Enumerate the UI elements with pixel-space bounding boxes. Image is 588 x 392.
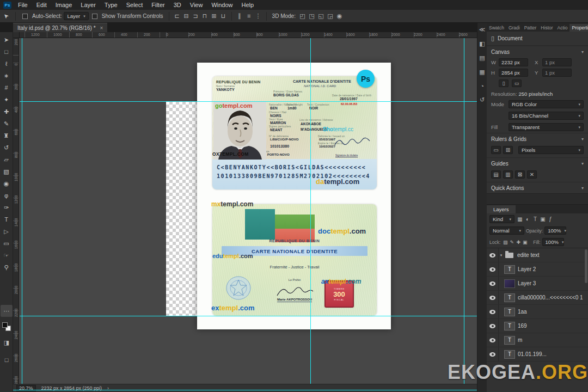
group-expand-icon[interactable]: ▾	[499, 253, 504, 258]
healing-brush-tool[interactable]: ✚	[1, 106, 13, 118]
filter-pixel-layers-icon[interactable]: ▦	[516, 216, 524, 222]
brush-tool[interactable]: ✎	[1, 118, 13, 130]
canvas-area[interactable]: Ps REPUBLIQUE DU BENIN Nom / Surname YAN…	[20, 38, 477, 384]
canvas-section-header[interactable]: Canvas▾	[487, 46, 588, 57]
toggle-rulers-icon[interactable]: ▭	[491, 146, 501, 154]
toggle-grid-icon[interactable]: ⊞	[503, 146, 513, 154]
rulers-grids-section-header[interactable]: Rulers & Grids▾	[487, 133, 588, 144]
menu-item[interactable]: Edit	[32, 0, 51, 10]
3d-scale-icon[interactable]: ◉	[335, 13, 344, 20]
history-brush-tool[interactable]: ↺	[1, 142, 13, 154]
tab-history[interactable]: Histor	[538, 24, 555, 32]
align-left-icon[interactable]: ⊏	[173, 13, 182, 20]
zoom-level-field[interactable]: 20.7%	[16, 385, 36, 391]
filter-kind-dropdown[interactable]: Kind▾	[489, 215, 514, 223]
path-selection-tool[interactable]: ▷	[1, 225, 13, 237]
canvas-y-field[interactable]: 1 px	[542, 69, 572, 77]
lasso-tool[interactable]: ℓ	[1, 58, 13, 70]
distribute-space-icon[interactable]: ⋮	[254, 13, 263, 20]
move-tool[interactable]: ➤	[1, 34, 13, 46]
menu-item[interactable]: File	[14, 0, 32, 10]
layer-visibility-toggle[interactable]	[487, 347, 499, 361]
screen-mode-icon[interactable]: □	[1, 354, 13, 366]
layer-visibility-toggle[interactable]	[487, 305, 499, 318]
quick-actions-section-header[interactable]: Quick Actions▾	[487, 182, 588, 193]
menu-item[interactable]: Image	[51, 0, 77, 10]
dodge-tool[interactable]: φ	[1, 189, 13, 201]
distribute-v-icon[interactable]: ≡	[244, 13, 254, 20]
layer-row[interactable]: T 169	[487, 319, 588, 333]
menu-item[interactable]: Layer	[76, 0, 100, 10]
quick-mask-icon[interactable]: ◨	[1, 336, 13, 348]
layer-fill-dropdown[interactable]: 100%▾	[542, 238, 564, 246]
clone-stamp-tool[interactable]: ♜	[1, 130, 13, 142]
zoom-tool[interactable]: ⚲	[1, 261, 13, 273]
auto-select-target-dropdown[interactable]: Layer▾	[64, 12, 88, 20]
tab-properties[interactable]: Properties	[569, 24, 588, 32]
color-mode-dropdown[interactable]: RGB Color▾	[509, 100, 584, 108]
filter-shape-layers-icon[interactable]: ▣	[539, 216, 547, 222]
blur-tool[interactable]: ◉	[1, 177, 13, 189]
marquee-tool[interactable]: □	[1, 46, 13, 58]
menu-item[interactable]: Help	[237, 0, 259, 10]
vertical-guide[interactable]	[464, 38, 464, 384]
new-guide-icon[interactable]: ▤	[491, 170, 501, 179]
guides-section-header[interactable]: Guides▾	[487, 157, 588, 169]
layer-visibility-toggle[interactable]	[487, 333, 499, 347]
distribute-h-icon[interactable]: ∥	[235, 13, 244, 20]
color-panel-icon[interactable]: ◧	[479, 40, 485, 47]
foreground-color-swatch[interactable]	[2, 322, 8, 328]
hand-tool[interactable]: ☞	[1, 249, 13, 261]
3d-slide-icon[interactable]: ◲	[326, 13, 335, 20]
filter-type-layers-icon[interactable]: T	[531, 216, 539, 222]
align-center-h-icon[interactable]: ⊟	[182, 13, 191, 20]
auto-select-checkbox[interactable]	[22, 14, 28, 19]
filter-adjustment-layers-icon[interactable]: ◐	[524, 216, 531, 222]
3d-drag-icon[interactable]: ◱	[316, 13, 326, 20]
layer-row[interactable]: Layer 3	[487, 277, 588, 291]
landscape-orientation-icon[interactable]: ▭	[512, 79, 522, 87]
layer-row[interactable]: T Layer 2	[487, 262, 588, 277]
tab-gradients[interactable]: Gradi	[506, 24, 522, 32]
menu-item[interactable]: Select	[122, 0, 148, 10]
layer-visibility-toggle[interactable]	[487, 262, 499, 276]
lock-position-icon[interactable]: ✚	[515, 240, 522, 245]
adjustments-panel-icon[interactable]: ◔	[480, 83, 484, 89]
bit-depth-dropdown[interactable]: 16 Bits/Channel▾	[509, 112, 584, 120]
menu-item[interactable]: Type	[100, 0, 122, 10]
canvas-x-field[interactable]: 1 px	[542, 58, 572, 66]
horizontal-guide[interactable]	[20, 316, 477, 316]
show-transform-checkbox[interactable]	[92, 14, 97, 19]
layer-row[interactable]: T cilla000000...<<<<<<<<0 1	[487, 291, 588, 305]
eyedropper-tool[interactable]: ✦	[1, 94, 13, 106]
type-tool[interactable]: T	[1, 213, 13, 225]
3d-roll-icon[interactable]: ◳	[307, 13, 316, 20]
tab-swatches[interactable]: Swatch	[487, 24, 506, 32]
layer-row[interactable]: T m	[487, 333, 588, 347]
close-icon[interactable]: ×	[100, 25, 103, 31]
units-dropdown[interactable]: Pixels▾	[518, 146, 584, 154]
align-bottom-icon[interactable]: ⊔	[219, 13, 228, 20]
horizontal-guide[interactable]	[20, 101, 477, 102]
tab-actions[interactable]: Actio	[555, 24, 570, 32]
edit-toolbar-icon[interactable]: ⋯	[1, 305, 13, 317]
layer-row[interactable]: ▾ edite text	[487, 248, 588, 262]
menu-item[interactable]: View	[186, 0, 207, 10]
filter-smart-objects-icon[interactable]: ƒ	[547, 216, 554, 222]
3d-rotate-icon[interactable]: ◰	[298, 13, 307, 20]
canvas-fill-dropdown[interactable]: Transparent▾	[509, 123, 584, 131]
tab-patterns[interactable]: Patter	[522, 24, 539, 32]
crop-tool[interactable]: #	[1, 82, 13, 94]
quick-selection-tool[interactable]: ∗	[1, 70, 13, 82]
guide-layout-icon[interactable]: ▥	[503, 170, 513, 179]
foreground-background-colors[interactable]	[2, 322, 11, 331]
layer-row[interactable]: T 01.01.199...	[487, 347, 588, 362]
menu-item[interactable]: Filter	[147, 0, 169, 10]
lock-pixels-icon[interactable]: ✎	[509, 240, 515, 245]
align-right-icon[interactable]: ⊐	[191, 13, 200, 20]
tab-layers[interactable]: Layers	[487, 205, 516, 213]
swatches-panel-icon[interactable]: ▤	[479, 54, 485, 62]
eraser-tool[interactable]: ▱	[1, 154, 13, 166]
horizontal-guide[interactable]	[13, 390, 477, 390]
vertical-guide[interactable]	[22, 38, 22, 384]
